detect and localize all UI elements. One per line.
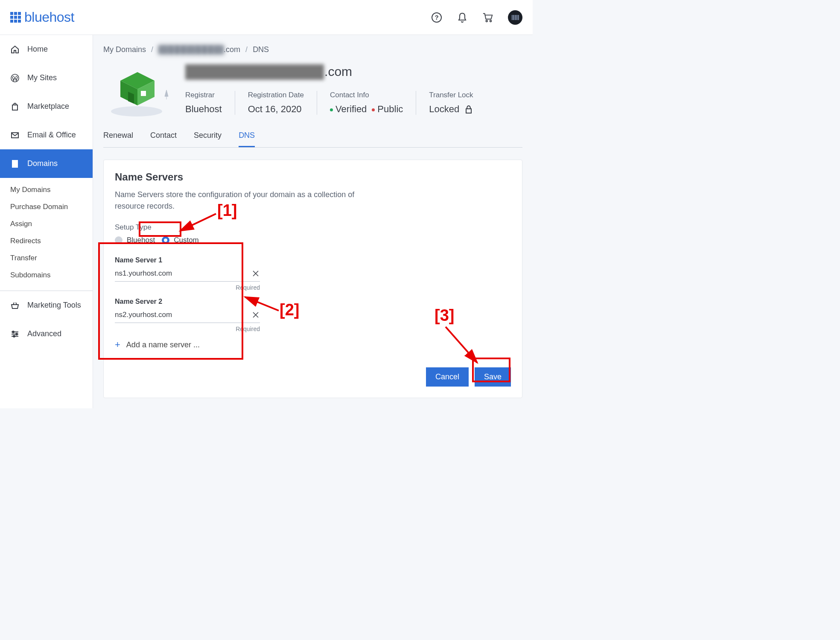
main: My Domains / ████████████.com / DNS	[93, 35, 533, 408]
meta-contact-label: Contact Info	[330, 91, 403, 99]
breadcrumb-leaf: DNS	[253, 45, 269, 54]
setup-type-label: Setup Type	[115, 223, 511, 232]
sidebar-label: Email & Office	[27, 131, 76, 140]
svg-point-7	[12, 331, 14, 333]
sliders-icon	[10, 329, 20, 339]
meta-transfer-value: Locked	[429, 104, 473, 115]
breadcrumb: My Domains / ████████████.com / DNS	[103, 45, 522, 54]
lock-icon	[464, 105, 473, 114]
svg-text:?: ?	[435, 14, 438, 21]
bag-icon	[10, 102, 20, 111]
basket-icon	[10, 301, 20, 310]
avatar[interactable]	[508, 10, 522, 25]
radio-on-icon	[162, 236, 169, 244]
tab-security[interactable]: Security	[194, 128, 222, 147]
domain-illustration	[103, 64, 176, 120]
domain-meta: RegistrarBluehost Registration DateOct 1…	[185, 91, 522, 115]
radio-off-icon	[115, 236, 122, 244]
clear-icon[interactable]	[251, 269, 260, 278]
ns1-input[interactable]	[115, 269, 251, 278]
sidebar-item-email[interactable]: Email & Office	[0, 121, 93, 149]
breadcrumb-root[interactable]: My Domains	[103, 45, 146, 54]
sidebar-subitems: My Domains Purchase Domain Assign Redire…	[0, 178, 93, 287]
tab-renewal[interactable]: Renewal	[103, 128, 133, 147]
svg-rect-14	[141, 91, 146, 96]
sidebar-item-advanced[interactable]: Advanced	[0, 320, 93, 348]
ns1-label: Name Server 1	[115, 256, 260, 264]
topbar: bluehost ?	[0, 0, 533, 35]
plus-icon: +	[115, 339, 120, 350]
wordpress-icon	[10, 73, 20, 83]
sidebar: Home My Sites Marketplace Email & Office…	[0, 35, 93, 408]
add-nameserver-button[interactable]: +Add a name server ...	[115, 339, 260, 350]
sidebar-item-mysites[interactable]: My Sites	[0, 64, 93, 92]
domain-title: ████████████████.com	[185, 64, 522, 79]
svg-point-8	[16, 333, 18, 335]
tabs: Renewal Contact Security DNS	[103, 128, 522, 148]
topbar-right: ?	[431, 10, 522, 25]
card-title: Name Servers	[115, 171, 511, 183]
tab-dns[interactable]: DNS	[239, 128, 255, 147]
sidebar-item-domains[interactable]: Domains	[0, 149, 93, 178]
svg-point-10	[111, 106, 162, 116]
cart-icon[interactable]	[482, 12, 493, 23]
meta-regdate-value: Oct 16, 2020	[248, 104, 304, 115]
sidebar-label: Marketplace	[27, 102, 69, 111]
meta-registrar-value: Bluehost	[185, 104, 222, 115]
logo[interactable]: bluehost	[10, 9, 74, 25]
nameservers-card: Name Servers Name Servers store the conf…	[103, 160, 522, 398]
card-desc: Name Servers store the configuration of …	[115, 189, 379, 212]
home-icon	[10, 45, 20, 54]
cancel-button[interactable]: Cancel	[426, 367, 469, 387]
svg-rect-6	[12, 160, 18, 167]
sidebar-item-home[interactable]: Home	[0, 35, 93, 64]
building-icon	[10, 159, 20, 169]
domain-header: ████████████████.com RegistrarBluehost R…	[103, 64, 522, 120]
sidebar-label: Advanced	[27, 329, 61, 338]
sidebar-label: My Sites	[27, 73, 57, 82]
sidebar-sub-subdomains[interactable]: Subdomains	[0, 267, 93, 284]
radio-bluehost[interactable]: Bluehost	[115, 236, 155, 244]
logo-grid-icon	[10, 12, 21, 23]
sidebar-sub-transfer[interactable]: Transfer	[0, 250, 93, 267]
save-button[interactable]: Save	[475, 367, 511, 387]
sidebar-item-marketplace[interactable]: Marketplace	[0, 92, 93, 121]
meta-regdate-label: Registration Date	[248, 91, 304, 99]
clear-icon[interactable]	[251, 311, 260, 319]
sidebar-label: Home	[27, 45, 48, 54]
sidebar-sub-redirects[interactable]: Redirects	[0, 233, 93, 250]
breadcrumb-domain[interactable]: ████████████.com	[158, 45, 240, 54]
ns2-hint: Required	[115, 326, 260, 332]
sidebar-label: Domains	[27, 159, 58, 168]
tab-contact[interactable]: Contact	[150, 128, 177, 147]
meta-registrar-label: Registrar	[185, 91, 222, 99]
sidebar-sub-assign[interactable]: Assign	[0, 215, 93, 233]
svg-point-9	[13, 335, 15, 337]
sidebar-item-marketing[interactable]: Marketing Tools	[0, 291, 93, 320]
mail-icon	[10, 131, 20, 140]
bell-icon[interactable]	[457, 12, 468, 23]
meta-contact-value: VerifiedPublic	[330, 104, 403, 115]
ns2-label: Name Server 2	[115, 298, 260, 305]
meta-transfer-label: Transfer Lock	[429, 91, 473, 99]
card-actions: Cancel Save	[115, 367, 511, 387]
sidebar-sub-mydomains[interactable]: My Domains	[0, 181, 93, 198]
setup-type-row: Bluehost Custom	[115, 236, 511, 244]
svg-rect-16	[466, 109, 471, 113]
sidebar-sub-purchase[interactable]: Purchase Domain	[0, 198, 93, 215]
nameservers-block: Name Server 1 Required Name Server 2 Req…	[115, 256, 260, 350]
ns1-hint: Required	[115, 284, 260, 291]
svg-point-2	[486, 20, 487, 22]
ns2-input[interactable]	[115, 311, 251, 319]
help-icon[interactable]: ?	[431, 12, 442, 23]
brand-text: bluehost	[24, 9, 74, 25]
sidebar-label: Marketing Tools	[27, 301, 81, 310]
svg-point-3	[490, 20, 492, 22]
radio-custom[interactable]: Custom	[162, 236, 199, 244]
